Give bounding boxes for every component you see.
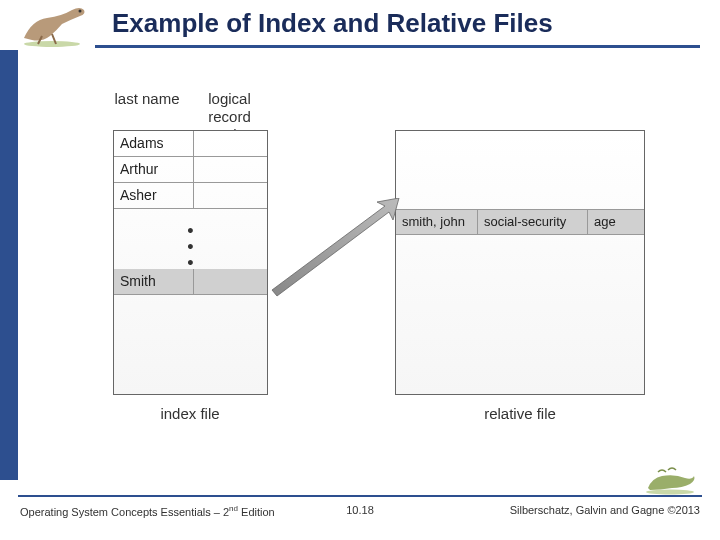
svg-point-1 xyxy=(79,10,82,13)
index-file-box: Adams Arthur Asher ••• Smith xyxy=(113,130,268,395)
relative-file-box: smith, john social-security age xyxy=(395,130,645,395)
index-row: Asher xyxy=(114,183,267,209)
dinosaur-running-icon xyxy=(12,0,92,48)
index-name-cell: Asher xyxy=(114,183,194,208)
index-num-cell xyxy=(194,131,267,156)
index-num-cell xyxy=(194,157,267,182)
title-bar: Example of Index and Relative Files xyxy=(0,0,720,50)
sidebar-accent xyxy=(0,50,18,480)
dots-icon: ••• xyxy=(114,209,267,272)
index-row-empty xyxy=(114,295,267,365)
caption-relative-file: relative file xyxy=(455,405,585,422)
index-name-cell: Adams xyxy=(114,131,194,156)
page-title: Example of Index and Relative Files xyxy=(112,8,553,39)
index-num-cell xyxy=(194,269,267,294)
svg-point-0 xyxy=(24,41,80,47)
index-name-cell: Arthur xyxy=(114,157,194,182)
index-row: Arthur xyxy=(114,157,267,183)
footer-divider xyxy=(18,495,702,497)
footer: Operating System Concepts Essentials – 2… xyxy=(0,500,720,530)
record-age-cell: age xyxy=(588,210,644,234)
svg-point-2 xyxy=(646,490,694,495)
caption-index-file: index file xyxy=(135,405,245,422)
record-name-cell: smith, john xyxy=(396,210,478,234)
record-ssn-cell: social-security xyxy=(478,210,588,234)
index-ellipsis: ••• xyxy=(114,209,267,269)
footer-copyright: Silberschatz, Galvin and Gagne ©2013 xyxy=(510,504,700,516)
dinosaur-crouching-icon xyxy=(640,460,700,495)
header-lastname: last name xyxy=(107,90,187,108)
diagram-area: last name logical record number Adams Ar… xyxy=(95,90,655,430)
record-row: smith, john social-security age xyxy=(396,209,644,235)
arrow-index-to-record xyxy=(267,198,402,298)
index-row: Adams xyxy=(114,131,267,157)
index-row-highlight: Smith xyxy=(114,269,267,295)
index-name-cell: Smith xyxy=(114,269,194,294)
title-underline xyxy=(95,45,700,48)
index-num-cell xyxy=(194,183,267,208)
